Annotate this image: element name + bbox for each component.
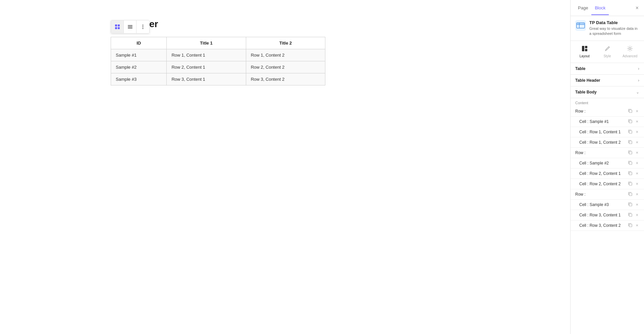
section-table-body-chevron: ⌄ [636,90,639,94]
table-cell-r0-c1: Row 1, Content 1 [167,49,246,61]
plugin-icon [575,20,586,31]
svg-rect-14 [577,23,579,24]
section-table[interactable]: Table › [571,63,644,75]
toolbar-grid-btn[interactable] [111,20,124,33]
delete-btn[interactable]: × [635,160,639,165]
svg-rect-16 [582,23,584,24]
panel-close-btn[interactable]: × [634,4,640,12]
svg-rect-25 [629,151,632,154]
tree-item[interactable]: Row :× [571,189,644,200]
duplicate-btn[interactable] [627,171,633,176]
svg-rect-1 [118,24,120,26]
svg-rect-5 [128,26,132,27]
delete-btn[interactable]: × [635,202,639,207]
tree-item-label: Row : [575,150,627,155]
svg-rect-29 [629,193,632,196]
tree-item-actions: × [627,119,639,124]
tree-item-actions: × [627,192,639,197]
view-tab-advanced[interactable]: Advanced [619,44,641,59]
duplicate-btn[interactable] [627,202,633,207]
delete-btn[interactable]: × [635,223,639,228]
toolbar-list-btn[interactable] [124,20,137,33]
advanced-tab-label: Advanced [623,54,637,58]
delete-btn[interactable]: × [635,109,639,114]
section-table-body[interactable]: Table Body ⌄ [571,86,644,98]
duplicate-btn[interactable] [627,129,633,135]
style-icon [604,46,610,53]
content-label: Content [571,98,644,106]
delete-btn[interactable]: × [635,212,639,217]
tree-item-label: Cell : Row 3, Content 1 [575,213,627,217]
section-table-header-label: Table Header [575,78,600,83]
svg-rect-4 [128,25,132,26]
layout-tab-label: Layout [580,54,590,58]
tree-item[interactable]: Cell : Sample #3× [571,200,644,210]
svg-rect-2 [115,27,117,29]
advanced-icon [627,46,633,53]
duplicate-btn[interactable] [627,140,633,145]
tree-item-actions: × [627,160,639,166]
duplicate-btn[interactable] [627,181,633,187]
duplicate-btn[interactable] [627,119,633,124]
table-cell-r2-c0: Sample #3 [111,73,167,85]
plugin-text: TP Data Table Great way to visualize dat… [589,20,639,37]
duplicate-btn[interactable] [627,150,633,155]
svg-rect-31 [629,214,632,216]
svg-point-20 [629,48,631,50]
col-header-title2: Title 2 [246,37,325,49]
svg-rect-28 [629,183,632,185]
delete-btn[interactable]: × [635,192,639,197]
delete-btn[interactable]: × [635,150,639,155]
tree-item-label: Cell : Sample #1 [575,119,627,124]
tree-item[interactable]: Row :× [571,106,644,117]
tree-item-label: Cell : Row 2, Content 1 [575,171,627,176]
tree-item-actions: × [627,140,639,145]
delete-btn[interactable]: × [635,181,639,186]
tree-item[interactable]: Cell : Row 1, Content 2× [571,137,644,148]
tree-item-actions: × [627,202,639,207]
tree-item[interactable]: Cell : Row 2, Content 1× [571,169,644,179]
duplicate-btn[interactable] [627,192,633,197]
tree-item-label: Cell : Row 1, Content 1 [575,130,627,134]
table-cell-r0-c2: Row 1, Content 2 [246,49,325,61]
svg-rect-3 [118,27,120,29]
delete-btn[interactable]: × [635,119,639,124]
tab-page[interactable]: Page [575,1,591,15]
tree-item[interactable]: Cell : Sample #1× [571,117,644,127]
tree-items-container: Row :×Cell : Sample #1×Cell : Row 1, Con… [571,106,644,231]
delete-btn[interactable]: × [635,140,639,145]
tree-item[interactable]: Cell : Row 3, Content 1× [571,210,644,220]
panel-tabs: Page Block [575,1,609,15]
svg-rect-30 [629,203,632,206]
duplicate-btn[interactable] [627,223,633,228]
section-table-label: Table [575,66,585,71]
section-table-header[interactable]: Table Header › [571,75,644,86]
table-cell-r2-c2: Row 3, Content 2 [246,73,325,85]
toolbar-more-btn[interactable] [137,20,149,33]
table-cell-r0-c0: Sample #1 [111,49,167,61]
tree-item-actions: × [627,109,639,114]
tree-item-actions: × [627,223,639,228]
tree-item-label: Cell : Row 1, Content 2 [575,140,627,145]
svg-rect-26 [629,162,632,164]
duplicate-btn[interactable] [627,212,633,218]
plugin-desc: Great way to visualize data in a spreads… [589,26,639,37]
tree-item[interactable]: Cell : Sample #2× [571,158,644,169]
section-table-chevron: › [638,66,639,71]
svg-point-9 [143,28,144,29]
view-tab-layout[interactable]: Layout [573,44,596,59]
plugin-info: TP Data Table Great way to visualize dat… [571,16,644,41]
delete-btn[interactable]: × [635,129,639,134]
tree-item[interactable]: Row :× [571,148,644,158]
table-cell-r1-c0: Sample #2 [111,61,167,73]
delete-btn[interactable]: × [635,171,639,176]
duplicate-btn[interactable] [627,160,633,166]
tab-block[interactable]: Block [591,1,609,15]
tree-item[interactable]: Cell : Row 2, Content 2× [571,179,644,189]
tree-item[interactable]: Cell : Row 3, Content 2× [571,220,644,231]
view-tab-style[interactable]: Style [596,44,619,59]
svg-rect-24 [629,141,632,144]
panel-header: Page Block × [571,0,644,16]
tree-item[interactable]: Cell : Row 1, Content 1× [571,127,644,137]
duplicate-btn[interactable] [627,109,633,114]
